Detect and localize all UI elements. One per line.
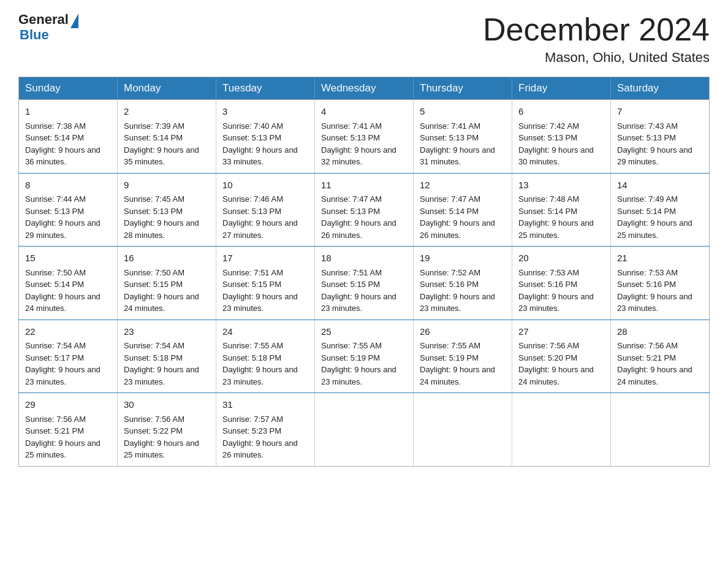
- day-info: Sunrise: 7:54 AMSunset: 5:18 PMDaylight:…: [124, 340, 210, 388]
- header: General Blue December 2024 Mason, Ohio, …: [18, 12, 710, 66]
- calendar-cell: 6Sunrise: 7:42 AMSunset: 5:13 PMDaylight…: [512, 100, 611, 174]
- calendar-cell: 14Sunrise: 7:49 AMSunset: 5:14 PMDayligh…: [611, 173, 710, 247]
- day-number: 21: [617, 251, 703, 266]
- day-info: Sunrise: 7:52 AMSunset: 5:16 PMDaylight:…: [420, 267, 506, 315]
- calendar-cell: 4Sunrise: 7:41 AMSunset: 5:13 PMDaylight…: [315, 100, 414, 174]
- day-number: 28: [617, 325, 703, 339]
- calendar-cell: 2Sunrise: 7:39 AMSunset: 5:14 PMDaylight…: [118, 100, 216, 174]
- calendar-cell: [512, 393, 611, 467]
- logo-triangle-icon: [70, 13, 78, 28]
- calendar-cell: 7Sunrise: 7:43 AMSunset: 5:13 PMDaylight…: [611, 100, 710, 174]
- day-info: Sunrise: 7:55 AMSunset: 5:18 PMDaylight:…: [222, 340, 308, 388]
- day-number: 5: [420, 105, 506, 119]
- day-info: Sunrise: 7:53 AMSunset: 5:16 PMDaylight:…: [617, 267, 703, 315]
- calendar-cell: 25Sunrise: 7:55 AMSunset: 5:19 PMDayligh…: [315, 320, 414, 393]
- day-info: Sunrise: 7:46 AMSunset: 5:13 PMDaylight:…: [222, 193, 308, 241]
- day-info: Sunrise: 7:56 AMSunset: 5:22 PMDaylight:…: [124, 413, 210, 461]
- calendar-cell: [315, 393, 414, 467]
- calendar-cell: 28Sunrise: 7:56 AMSunset: 5:21 PMDayligh…: [611, 320, 710, 393]
- day-number: 11: [321, 178, 407, 193]
- day-info: Sunrise: 7:45 AMSunset: 5:13 PMDaylight:…: [124, 193, 210, 241]
- logo: General Blue: [18, 12, 78, 43]
- day-info: Sunrise: 7:56 AMSunset: 5:21 PMDaylight:…: [617, 340, 703, 388]
- day-number: 12: [420, 178, 506, 193]
- day-info: Sunrise: 7:57 AMSunset: 5:23 PMDaylight:…: [222, 413, 308, 461]
- day-info: Sunrise: 7:40 AMSunset: 5:13 PMDaylight:…: [222, 120, 308, 168]
- calendar-cell: 11Sunrise: 7:47 AMSunset: 5:13 PMDayligh…: [315, 173, 414, 247]
- day-number: 1: [25, 105, 111, 119]
- day-info: Sunrise: 7:55 AMSunset: 5:19 PMDaylight:…: [321, 340, 407, 388]
- day-number: 10: [222, 178, 308, 193]
- calendar-cell: 21Sunrise: 7:53 AMSunset: 5:16 PMDayligh…: [611, 247, 710, 320]
- day-number: 13: [518, 178, 604, 193]
- day-number: 31: [222, 398, 308, 412]
- day-number: 14: [617, 178, 703, 193]
- calendar-week-row: 8Sunrise: 7:44 AMSunset: 5:13 PMDaylight…: [19, 173, 710, 247]
- calendar-cell: 27Sunrise: 7:56 AMSunset: 5:20 PMDayligh…: [512, 320, 611, 393]
- calendar-cell: 30Sunrise: 7:56 AMSunset: 5:22 PMDayligh…: [118, 393, 216, 467]
- day-number: 20: [518, 251, 604, 266]
- calendar-cell: 15Sunrise: 7:50 AMSunset: 5:14 PMDayligh…: [19, 247, 118, 320]
- calendar-cell: 5Sunrise: 7:41 AMSunset: 5:13 PMDaylight…: [414, 100, 512, 174]
- day-info: Sunrise: 7:51 AMSunset: 5:15 PMDaylight:…: [321, 267, 407, 315]
- day-info: Sunrise: 7:50 AMSunset: 5:14 PMDaylight:…: [25, 267, 111, 315]
- day-number: 3: [222, 105, 308, 119]
- calendar-cell: 24Sunrise: 7:55 AMSunset: 5:18 PMDayligh…: [216, 320, 315, 393]
- day-number: 2: [124, 105, 210, 119]
- day-info: Sunrise: 7:48 AMSunset: 5:14 PMDaylight:…: [518, 193, 604, 241]
- calendar-cell: 12Sunrise: 7:47 AMSunset: 5:14 PMDayligh…: [414, 173, 512, 247]
- calendar-cell: 17Sunrise: 7:51 AMSunset: 5:15 PMDayligh…: [216, 247, 315, 320]
- calendar-week-row: 15Sunrise: 7:50 AMSunset: 5:14 PMDayligh…: [19, 247, 710, 320]
- day-info: Sunrise: 7:56 AMSunset: 5:21 PMDaylight:…: [25, 413, 111, 461]
- logo-text-blue: Blue: [20, 27, 49, 43]
- calendar-cell: 29Sunrise: 7:56 AMSunset: 5:21 PMDayligh…: [19, 393, 118, 467]
- calendar-week-row: 29Sunrise: 7:56 AMSunset: 5:21 PMDayligh…: [19, 393, 710, 467]
- day-number: 29: [25, 398, 111, 412]
- day-number: 7: [617, 105, 703, 119]
- day-info: Sunrise: 7:38 AMSunset: 5:14 PMDaylight:…: [25, 120, 111, 168]
- day-number: 24: [222, 325, 308, 339]
- day-number: 30: [124, 398, 210, 412]
- calendar-cell: 23Sunrise: 7:54 AMSunset: 5:18 PMDayligh…: [118, 320, 216, 393]
- page-subtitle: Mason, Ohio, United States: [483, 50, 710, 66]
- day-header-sunday: Sunday: [19, 77, 118, 100]
- day-header-wednesday: Wednesday: [315, 77, 414, 100]
- day-info: Sunrise: 7:54 AMSunset: 5:17 PMDaylight:…: [25, 340, 111, 388]
- calendar-cell: 22Sunrise: 7:54 AMSunset: 5:17 PMDayligh…: [19, 320, 118, 393]
- calendar-week-row: 1Sunrise: 7:38 AMSunset: 5:14 PMDaylight…: [19, 100, 710, 174]
- calendar-cell: 18Sunrise: 7:51 AMSunset: 5:15 PMDayligh…: [315, 247, 414, 320]
- day-info: Sunrise: 7:43 AMSunset: 5:13 PMDaylight:…: [617, 120, 703, 168]
- calendar-cell: 19Sunrise: 7:52 AMSunset: 5:16 PMDayligh…: [414, 247, 512, 320]
- day-header-saturday: Saturday: [611, 77, 710, 100]
- day-number: 27: [518, 325, 604, 339]
- calendar-cell: 26Sunrise: 7:55 AMSunset: 5:19 PMDayligh…: [414, 320, 512, 393]
- day-number: 22: [25, 325, 111, 339]
- calendar-cell: [414, 393, 512, 467]
- day-number: 18: [321, 251, 407, 266]
- calendar-cell: 13Sunrise: 7:48 AMSunset: 5:14 PMDayligh…: [512, 173, 611, 247]
- day-header-thursday: Thursday: [414, 77, 512, 100]
- logo-text-general: General: [18, 12, 69, 27]
- day-info: Sunrise: 7:41 AMSunset: 5:13 PMDaylight:…: [420, 120, 506, 168]
- day-info: Sunrise: 7:42 AMSunset: 5:13 PMDaylight:…: [518, 120, 604, 168]
- day-number: 25: [321, 325, 407, 339]
- day-number: 4: [321, 105, 407, 119]
- day-number: 23: [124, 325, 210, 339]
- day-info: Sunrise: 7:49 AMSunset: 5:14 PMDaylight:…: [617, 193, 703, 241]
- day-header-friday: Friday: [512, 77, 611, 100]
- day-number: 6: [518, 105, 604, 119]
- day-info: Sunrise: 7:41 AMSunset: 5:13 PMDaylight:…: [321, 120, 407, 168]
- day-info: Sunrise: 7:47 AMSunset: 5:14 PMDaylight:…: [420, 193, 506, 241]
- title-area: December 2024 Mason, Ohio, United States: [483, 12, 710, 66]
- calendar-cell: 8Sunrise: 7:44 AMSunset: 5:13 PMDaylight…: [19, 173, 118, 247]
- calendar-week-row: 22Sunrise: 7:54 AMSunset: 5:17 PMDayligh…: [19, 320, 710, 393]
- day-number: 17: [222, 251, 308, 266]
- calendar-cell: [611, 393, 710, 467]
- day-info: Sunrise: 7:44 AMSunset: 5:13 PMDaylight:…: [25, 193, 111, 241]
- calendar-cell: 3Sunrise: 7:40 AMSunset: 5:13 PMDaylight…: [216, 100, 315, 174]
- page-title: December 2024: [483, 12, 710, 47]
- calendar-cell: 10Sunrise: 7:46 AMSunset: 5:13 PMDayligh…: [216, 173, 315, 247]
- day-info: Sunrise: 7:39 AMSunset: 5:14 PMDaylight:…: [124, 120, 210, 168]
- day-number: 19: [420, 251, 506, 266]
- day-number: 16: [124, 251, 210, 266]
